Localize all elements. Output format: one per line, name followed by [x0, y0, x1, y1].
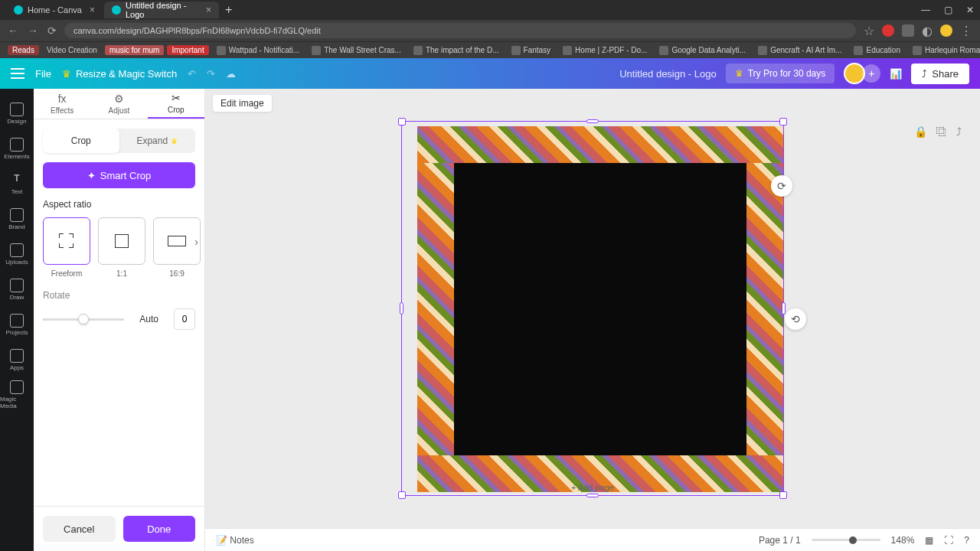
refresh-icon[interactable]: ⟳: [771, 175, 792, 197]
collaborators[interactable]: +: [844, 63, 880, 84]
bookmark-item[interactable]: Fantasy: [507, 44, 556, 57]
zoom-value[interactable]: 148%: [891, 535, 915, 546]
bookmark-item[interactable]: Important: [167, 45, 208, 55]
aspect-1-1[interactable]: 1:1: [98, 217, 145, 278]
bookmark-item[interactable]: music for mum: [105, 45, 165, 55]
crop-selection[interactable]: ⟳ ⟲ + Add page: [401, 121, 784, 496]
analytics-icon[interactable]: 📊: [890, 68, 902, 80]
crop-handle[interactable]: [400, 302, 403, 315]
undo-icon[interactable]: ↶: [188, 68, 196, 80]
bookmark-item[interactable]: Gencraft - AI Art Im...: [753, 44, 846, 57]
minimize-icon[interactable]: ―: [921, 5, 930, 15]
back-icon[interactable]: ←: [8, 24, 18, 37]
aspect-freeform[interactable]: Freeform: [43, 217, 90, 278]
profile-avatar[interactable]: [940, 24, 952, 37]
try-pro-button[interactable]: ♛Try Pro for 30 days: [726, 64, 835, 83]
crop-handle[interactable]: [779, 491, 787, 499]
file-menu[interactable]: File: [35, 68, 51, 80]
menu-icon[interactable]: [11, 68, 24, 79]
upload-icon: ⤴: [922, 68, 927, 80]
close-icon[interactable]: ×: [206, 5, 211, 15]
freeform-icon: [59, 233, 74, 249]
rail-projects[interactable]: Projects: [0, 308, 34, 341]
add-page-button[interactable]: + Add page: [571, 483, 614, 492]
help-icon[interactable]: ?: [964, 535, 969, 546]
seg-expand[interactable]: Expand♛: [119, 129, 196, 153]
url-input[interactable]: canva.com/design/DAGHPlR8bps/FnDI68wpnVd…: [64, 23, 856, 38]
magic-icon: ✦: [87, 170, 96, 181]
rotate-handle-icon[interactable]: ⟲: [785, 308, 806, 330]
maximize-icon[interactable]: ▢: [944, 5, 952, 15]
close-window-icon[interactable]: ✕: [966, 5, 974, 15]
crop-expand-toggle: Crop Expand♛: [43, 129, 195, 153]
crop-handle[interactable]: [586, 494, 599, 497]
slider-thumb[interactable]: [78, 314, 89, 324]
aspect-16-9[interactable]: 16:9: [153, 217, 201, 278]
page-indicator[interactable]: Page 1 / 1: [759, 535, 801, 546]
extension-icon[interactable]: ◐: [922, 24, 933, 38]
extension-icon[interactable]: [902, 24, 914, 37]
add-collaborator-icon[interactable]: +: [862, 64, 880, 83]
resize-button[interactable]: ♛Resize & Magic Switch: [62, 68, 177, 80]
bookmark-item[interactable]: Reads: [8, 45, 39, 55]
tab-adjust[interactable]: ⚙Adjust: [90, 89, 147, 119]
extension-icon[interactable]: [882, 24, 894, 37]
crop-handle[interactable]: [782, 302, 786, 315]
menu-icon[interactable]: ⋮: [960, 24, 972, 38]
widescreen-icon: [168, 236, 186, 246]
canvas-image[interactable]: [417, 126, 783, 492]
cloud-sync-icon[interactable]: ☁: [226, 68, 236, 80]
crop-handle[interactable]: [779, 118, 787, 126]
done-button[interactable]: Done: [123, 516, 196, 542]
notes-button[interactable]: 📝 Notes: [216, 535, 254, 546]
zoom-slider[interactable]: [812, 539, 880, 541]
status-bar: 📝 Notes Page 1 / 1 148% ▦ ⛶ ?: [205, 528, 980, 551]
rotate-value[interactable]: 0: [174, 308, 195, 330]
redo-icon[interactable]: ↷: [207, 68, 215, 80]
star-icon[interactable]: ☆: [864, 24, 874, 38]
tab-effects[interactable]: fxEffects: [34, 89, 90, 119]
reload-icon[interactable]: ⟳: [47, 24, 57, 37]
close-icon[interactable]: ×: [90, 5, 95, 15]
chevron-right-icon[interactable]: ›: [194, 236, 198, 248]
rail-text[interactable]: Text: [0, 167, 34, 201]
bookmark-item[interactable]: Video Creation: [42, 44, 102, 56]
aspect-ratio-label: Aspect ratio: [43, 199, 195, 210]
bookmark-item[interactable]: The Wall Street Cras...: [307, 44, 406, 57]
crown-icon: ♛: [735, 68, 743, 79]
browser-tab[interactable]: Untitled design - Logo×: [104, 2, 219, 18]
design-title[interactable]: Untitled design - Logo: [619, 68, 716, 80]
bookmark-item[interactable]: Home | Z-PDF - Do...: [558, 44, 652, 57]
left-rail: Design Elements Text Brand Uploads Draw …: [0, 89, 34, 551]
rail-apps[interactable]: Apps: [0, 343, 34, 377]
crop-handle[interactable]: [398, 491, 406, 499]
cancel-button[interactable]: Cancel: [43, 516, 116, 542]
rail-magic-media[interactable]: Magic Media: [0, 378, 34, 412]
share-button[interactable]: ⤴Share: [911, 64, 969, 84]
rail-draw[interactable]: Draw: [0, 272, 34, 306]
square-icon: [115, 234, 129, 248]
bookmark-item[interactable]: Education: [849, 44, 904, 57]
grid-view-icon[interactable]: ▦: [925, 535, 933, 546]
browser-tab[interactable]: Home - Canva×: [6, 2, 103, 18]
seg-crop[interactable]: Crop: [43, 129, 119, 153]
forward-icon[interactable]: →: [28, 24, 38, 37]
tab-crop[interactable]: ✂Crop: [148, 89, 204, 119]
rail-uploads[interactable]: Uploads: [0, 237, 34, 271]
bookmark-item[interactable]: Google Data Analyti...: [655, 44, 750, 57]
rotate-slider[interactable]: [43, 318, 124, 321]
crown-icon: ♛: [62, 68, 71, 80]
auto-rotate-button[interactable]: Auto: [132, 309, 166, 329]
rail-brand[interactable]: Brand: [0, 202, 34, 236]
rail-elements[interactable]: Elements: [0, 132, 34, 165]
fullscreen-icon[interactable]: ⛶: [944, 535, 953, 546]
floral-border-decoration: [746, 163, 783, 455]
crop-handle[interactable]: [586, 119, 599, 123]
bookmark-item[interactable]: Wattpad - Notificati...: [212, 44, 304, 57]
bookmark-item[interactable]: Harlequin Romanc...: [908, 44, 980, 57]
smart-crop-button[interactable]: ✦Smart Crop: [43, 162, 195, 188]
new-tab-button[interactable]: +: [225, 3, 232, 17]
crop-handle[interactable]: [398, 118, 406, 126]
rail-design[interactable]: Design: [0, 96, 34, 130]
bookmark-item[interactable]: The impact of the D...: [409, 44, 504, 57]
